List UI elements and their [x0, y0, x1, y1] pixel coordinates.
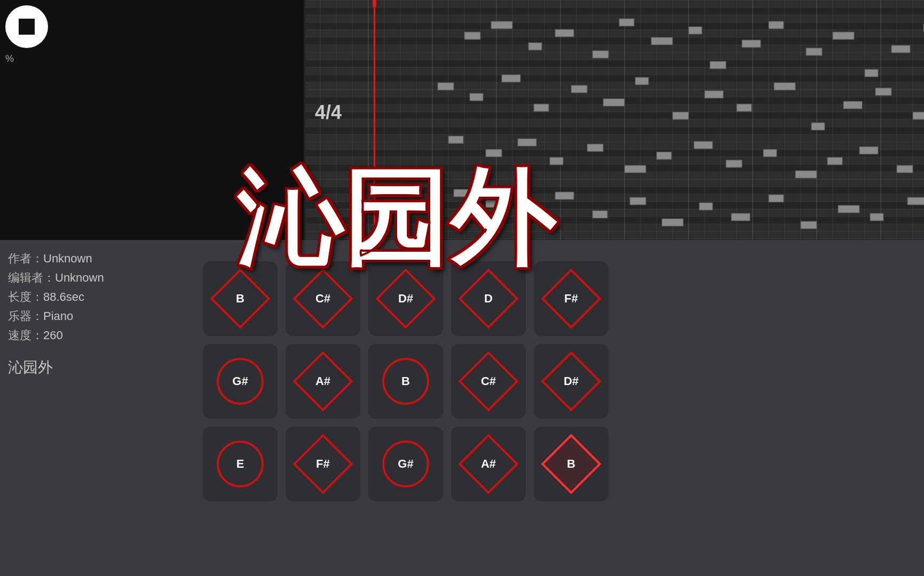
instrument-row: 乐器：Piano — [8, 308, 173, 324]
note-shape-diamond: B — [210, 268, 270, 329]
duration-row: 长度：88.6sec — [8, 289, 173, 305]
left-panel: % — [0, 0, 304, 240]
note-btn-2-0[interactable]: E — [203, 427, 278, 501]
editor-label: 编辑者： — [8, 271, 55, 284]
note-shape-diamond: D# — [541, 351, 601, 411]
stop-button[interactable] — [5, 5, 48, 48]
instrument-label: 乐器： — [8, 309, 43, 323]
author-value: Unknown — [43, 252, 92, 265]
song-title: 沁园外 — [8, 357, 173, 378]
time-signature: 4/4 — [315, 101, 342, 124]
author-label: 作者： — [8, 252, 43, 265]
note-btn-1-3[interactable]: C# — [451, 344, 526, 419]
note-btn-2-1[interactable]: F# — [286, 427, 360, 501]
note-shape-circle: G# — [217, 358, 264, 405]
note-row-2: G#A#BC#D# — [203, 344, 609, 419]
speed-row: 速度：260 — [8, 327, 173, 343]
note-shape-diamond: F# — [293, 434, 353, 494]
note-btn-1-2[interactable]: B — [368, 344, 443, 419]
note-btn-0-1[interactable]: C# — [286, 261, 360, 336]
note-btn-1-4[interactable]: D# — [534, 344, 609, 419]
note-shape-diamond: F# — [541, 268, 601, 329]
note-btn-2-2[interactable]: G# — [368, 427, 443, 501]
note-shape-diamond: D# — [375, 268, 436, 329]
instrument-value: Piano — [43, 309, 73, 323]
duration-value: 88.6sec — [43, 290, 84, 303]
stop-icon — [19, 19, 35, 35]
playhead-line — [374, 0, 375, 240]
note-shape-diamond: D — [458, 268, 518, 329]
note-btn-0-4[interactable]: F# — [534, 261, 609, 336]
editor-row: 编辑者：Unknown — [8, 270, 173, 286]
note-row-1: BC#D#DF# — [203, 261, 609, 336]
note-grid: BC#D#DF#G#A#BC#D#EF#G#A#B — [187, 251, 924, 576]
editor-value: Unknown — [55, 271, 104, 284]
note-shape-diamond: A# — [458, 434, 518, 494]
note-shape-circle: G# — [382, 441, 429, 487]
percent-display: % — [5, 53, 14, 65]
note-shape-circle: B — [382, 358, 429, 405]
note-shape-diamond: A# — [293, 351, 353, 411]
bottom-section: 作者：Unknown 编辑者：Unknown 长度：88.6sec 乐器：Pia… — [0, 240, 924, 576]
note-shape-diamond: B — [541, 434, 601, 494]
speed-label: 速度： — [8, 329, 43, 342]
piano-roll-canvas — [304, 0, 924, 240]
author-row: 作者：Unknown — [8, 251, 173, 267]
note-shape-diamond: C# — [293, 268, 353, 329]
speed-value: 260 — [43, 329, 63, 342]
duration-label: 长度： — [8, 290, 43, 303]
note-btn-0-3[interactable]: D — [451, 261, 526, 336]
playhead-top — [373, 0, 376, 7]
note-btn-0-0[interactable]: B — [203, 261, 278, 336]
piano-roll — [304, 0, 924, 240]
info-panel: 作者：Unknown 编辑者：Unknown 长度：88.6sec 乐器：Pia… — [0, 240, 181, 576]
note-btn-2-4[interactable]: B — [534, 427, 609, 501]
panel-separator — [304, 0, 305, 240]
note-btn-0-2[interactable]: D# — [368, 261, 443, 336]
note-btn-1-1[interactable]: A# — [286, 344, 360, 419]
note-shape-diamond: C# — [458, 351, 518, 411]
note-btn-1-0[interactable]: G# — [203, 344, 278, 419]
note-btn-2-3[interactable]: A# — [451, 427, 526, 501]
note-shape-circle: E — [217, 441, 264, 487]
note-row-3: EF#G#A#B — [203, 427, 609, 501]
